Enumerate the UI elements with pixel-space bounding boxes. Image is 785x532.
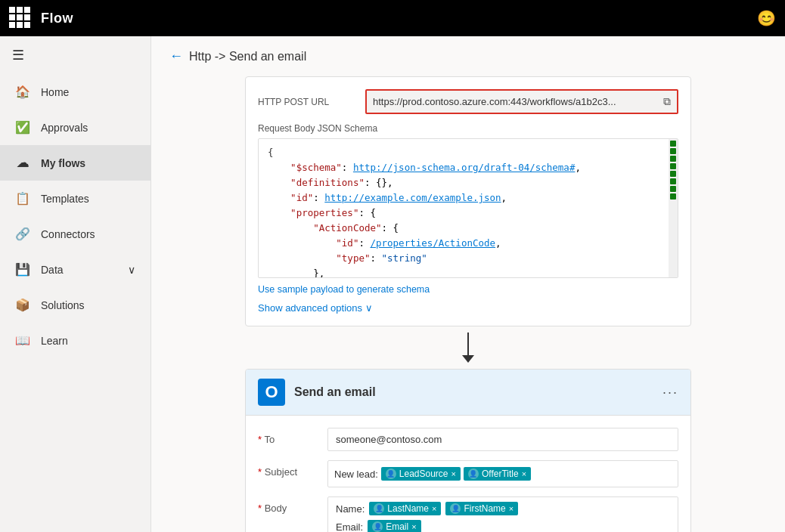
json-line-3: "id": http://example.com/example.json, <box>268 190 658 206</box>
back-button[interactable]: ← <box>169 48 183 64</box>
outlook-icon: O <box>258 379 285 406</box>
body-input[interactable]: Name: 👤 LastName × 👤 FirstName × <box>327 496 678 532</box>
sidebar: ☰ 🏠 Home ✅ Approvals ☁ My flows 📋 Templa… <box>0 36 151 532</box>
email-card-title: Send an email <box>294 385 653 399</box>
firstname-tag-close[interactable]: × <box>509 504 514 513</box>
lastname-tag-close[interactable]: × <box>432 504 436 513</box>
to-required: * <box>258 434 262 445</box>
scroll-dot <box>670 156 676 162</box>
content-area: ← Http -> Send an email HTTP POST URL ht… <box>151 36 785 532</box>
url-label: HTTP POST URL <box>258 97 356 107</box>
sidebar-label-learn: Learn <box>41 335 68 347</box>
cards-area: HTTP POST URL https://prod.contoso.azure… <box>151 76 785 532</box>
schema-label: Request Body JSON Schema <box>258 123 678 134</box>
body-email-prefix: Email: <box>336 521 363 533</box>
body-name-line: Name: 👤 LastName × 👤 FirstName × <box>336 502 670 515</box>
learn-icon: 📖 <box>15 333 30 348</box>
email-tag-close[interactable]: × <box>411 522 416 531</box>
approvals-icon: ✅ <box>15 120 30 135</box>
templates-icon: 📋 <box>15 191 30 206</box>
subject-required: * <box>258 466 262 478</box>
sidebar-item-connectors[interactable]: 🔗 Connectors <box>0 216 150 252</box>
lastname-tag-label: LastName <box>387 503 429 514</box>
body-tag-lastname: 👤 LastName × <box>369 502 441 515</box>
subject-prefix: New lead: <box>334 469 378 480</box>
sidebar-item-approvals[interactable]: ✅ Approvals <box>0 110 150 145</box>
body-required: * <box>258 503 262 514</box>
arrow-connector <box>462 326 474 369</box>
json-line-4: "properties": { <box>268 206 658 221</box>
http-card: HTTP POST URL https://prod.contoso.azure… <box>245 76 691 326</box>
leadsource-tag-label: LeadSource <box>399 469 448 479</box>
topbar: Flow 😊 <box>0 0 785 36</box>
arrow-down <box>462 332 474 363</box>
sidebar-label-solutions: Solutions <box>41 299 85 311</box>
email-tag-label: Email <box>386 521 408 532</box>
sidebar-label-connectors: Connectors <box>41 228 95 240</box>
home-icon: 🏠 <box>15 85 30 99</box>
json-line-0: { <box>268 145 658 160</box>
scroll-dot <box>670 148 676 154</box>
json-line-6: "id": /properties/ActionCode, <box>268 236 658 251</box>
subject-tag-offertitle: 👤 OfferTitle × <box>464 467 531 481</box>
email-card: O Send an email ··· * To <box>245 369 691 532</box>
scroll-dot <box>670 178 676 184</box>
offertitle-tag-close[interactable]: × <box>522 469 526 478</box>
http-show-advanced[interactable]: Show advanced options ∨ <box>258 302 678 314</box>
schema-link[interactable]: http://json-schema.org/draft-04/schema# <box>353 162 576 173</box>
sidebar-item-home[interactable]: 🏠 Home <box>0 74 150 110</box>
json-line-8: }, <box>268 266 658 278</box>
id-link[interactable]: http://example.com/example.json <box>324 192 501 203</box>
to-input[interactable] <box>327 428 678 451</box>
myflows-icon: ☁ <box>15 156 30 170</box>
subject-input[interactable]: New lead: 👤 LeadSource × 👤 OfferTitle × <box>327 460 678 487</box>
sample-payload-link[interactable]: Use sample payload to generate schema <box>258 284 430 295</box>
body-tag-firstname: 👤 FirstName × <box>445 502 518 515</box>
copy-button[interactable]: ⧉ <box>663 95 671 108</box>
sidebar-item-data[interactable]: 💾 Data ∨ <box>0 252 150 287</box>
body-field-row: * Body Name: 👤 LastName × <box>258 496 678 532</box>
data-icon: 💾 <box>15 262 30 277</box>
body-label: * Body <box>258 496 318 514</box>
url-value: https://prod.contoso.azure.com:443/workf… <box>373 96 659 107</box>
app-title: Flow <box>41 11 73 26</box>
offertitle-tag-label: OfferTitle <box>482 469 519 479</box>
arrow-head <box>462 355 474 363</box>
offertitle-tag-icon: 👤 <box>468 469 479 479</box>
email-more-button[interactable]: ··· <box>662 385 678 401</box>
body-name-prefix: Name: <box>336 503 365 515</box>
to-label: * To <box>258 428 318 445</box>
subject-tag-leadsource: 👤 LeadSource × <box>381 467 461 481</box>
leadsource-tag-close[interactable]: × <box>451 469 456 478</box>
email-tag-icon: 👤 <box>372 521 383 532</box>
json-line-5: "ActionCode": { <box>268 221 658 236</box>
scroll-dot <box>670 163 676 169</box>
arrow-line <box>467 332 469 355</box>
http-chevron-icon: ∨ <box>365 302 373 314</box>
scroll-dot <box>670 141 676 147</box>
lastname-tag-icon: 👤 <box>374 503 384 514</box>
sidebar-label-myflows: My flows <box>41 157 85 169</box>
sidebar-label-home: Home <box>41 86 69 98</box>
waffle-icon[interactable] <box>9 7 32 29</box>
scroll-dot <box>670 186 676 192</box>
sidebar-label-data: Data <box>41 264 64 276</box>
connectors-icon: 🔗 <box>15 227 30 241</box>
scroll-dot <box>670 171 676 177</box>
user-icon[interactable]: 😊 <box>757 9 776 27</box>
firstname-tag-icon: 👤 <box>450 503 461 514</box>
to-label-text: To <box>264 434 275 445</box>
sidebar-label-templates: Templates <box>41 193 89 205</box>
sidebar-item-solutions[interactable]: 📦 Solutions <box>0 287 150 323</box>
hamburger-button[interactable]: ☰ <box>0 36 150 74</box>
sidebar-item-templates[interactable]: 📋 Templates <box>0 181 150 216</box>
json-scrollbar[interactable] <box>669 139 678 277</box>
main-layout: ☰ 🏠 Home ✅ Approvals ☁ My flows 📋 Templa… <box>0 36 785 532</box>
action-id-link[interactable]: /properties/ActionCode <box>370 237 495 249</box>
json-editor[interactable]: { "$schema": http://json-schema.org/draf… <box>258 138 678 278</box>
subject-label: * Subject <box>258 460 318 478</box>
json-line-1: "$schema": http://json-schema.org/draft-… <box>268 160 658 175</box>
sidebar-item-learn[interactable]: 📖 Learn <box>0 323 150 358</box>
sidebar-item-myflows[interactable]: ☁ My flows <box>0 145 150 181</box>
subject-label-text: Subject <box>265 466 297 478</box>
